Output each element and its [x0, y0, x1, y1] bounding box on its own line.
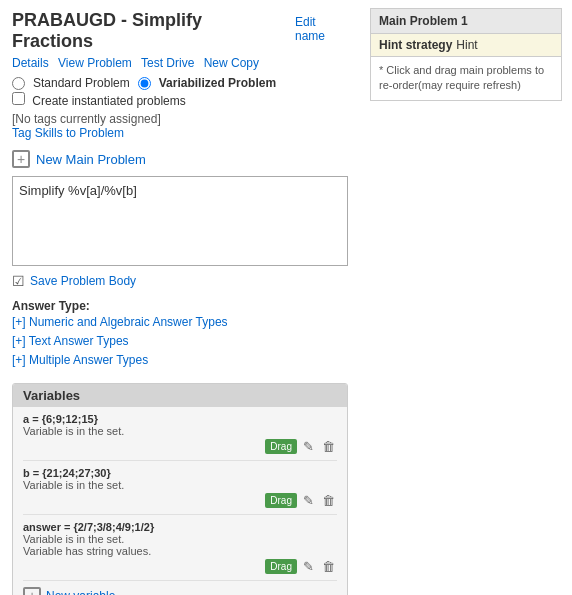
answer-type-section: Answer Type: [+] Numeric and Algebraic A… [12, 299, 348, 371]
standard-radio[interactable] [12, 77, 25, 90]
tag-skills-link[interactable]: Tag Skills to Problem [12, 126, 348, 140]
answer-type-label: Answer Type: [12, 299, 90, 313]
variable-answer-name: answer = {2/7;3/8;4/9;1/2} [23, 521, 337, 533]
create-instantiated-label[interactable]: Create instantiated problems [12, 94, 186, 108]
hint-strategy-label: Hint strategy [379, 38, 452, 52]
variable-answer-delete-btn[interactable]: 🗑 [320, 559, 337, 574]
hint-row: Hint strategy Hint [370, 34, 562, 57]
variabilized-label: Variabilized Problem [159, 76, 276, 90]
save-problem-body-link[interactable]: ☑ Save Problem Body [12, 273, 348, 289]
variable-a-edit-btn[interactable]: ✎ [301, 439, 316, 454]
edit-name-link[interactable]: Edit name [295, 15, 348, 43]
multiple-answer-types-link[interactable]: [+] Multiple Answer Types [12, 351, 348, 370]
new-main-problem-link[interactable]: New Main Problem [36, 152, 146, 167]
view-problem-link[interactable]: View Problem [58, 56, 132, 70]
page-title: PRABAUGD - Simplify Fractions [12, 10, 283, 52]
variable-a-drag-btn[interactable]: Drag [265, 439, 297, 454]
save-icon: ☑ [12, 273, 25, 289]
variable-row: a = {6;9;12;15} Variable is in the set. … [23, 413, 337, 461]
standard-label: Standard Problem [33, 76, 130, 90]
variables-header: Variables [13, 384, 347, 407]
new-main-problem-plus-icon: + [12, 150, 30, 168]
text-answer-types-link[interactable]: [+] Text Answer Types [12, 332, 348, 351]
variable-a-name: a = {6;9;12;15} [23, 413, 337, 425]
variable-answer-edit-btn[interactable]: ✎ [301, 559, 316, 574]
variables-body: a = {6;9;12;15} Variable is in the set. … [13, 407, 347, 595]
drag-note: * Click and drag main problems to re-ord… [370, 57, 562, 101]
variable-row: answer = {2/7;3/8;4/9;1/2} Variable is i… [23, 521, 337, 581]
test-drive-link[interactable]: Test Drive [141, 56, 194, 70]
variable-b-name: b = {21;24;27;30} [23, 467, 337, 479]
details-link[interactable]: Details [12, 56, 49, 70]
variable-row: b = {21;24;27;30} Variable is in the set… [23, 467, 337, 515]
variable-a-desc: Variable is in the set. [23, 425, 337, 437]
hint-value: Hint [456, 38, 477, 52]
variable-answer-desc2: Variable has string values. [23, 545, 337, 557]
variabilized-radio[interactable] [138, 77, 151, 90]
variable-b-drag-btn[interactable]: Drag [265, 493, 297, 508]
new-variable-link[interactable]: New variable [46, 589, 115, 595]
variable-b-desc: Variable is in the set. [23, 479, 337, 491]
new-variable-plus-icon: + [23, 587, 41, 595]
variable-answer-drag-btn[interactable]: Drag [265, 559, 297, 574]
tags-label: [No tags currently assigned] [12, 112, 161, 126]
create-instantiated-checkbox[interactable] [12, 92, 25, 105]
new-copy-link[interactable]: New Copy [204, 56, 259, 70]
variables-section: Variables a = {6;9;12;15} Variable is in… [12, 383, 348, 595]
new-variable-row: + New variable [23, 587, 337, 595]
problem-body-textarea[interactable]: Simplify %v[a]/%v[b] [12, 176, 348, 266]
main-problem-header: Main Problem 1 [370, 8, 562, 34]
numeric-answer-types-link[interactable]: [+] Numeric and Algebraic Answer Types [12, 313, 348, 332]
nav-links: Details View Problem Test Drive New Copy [12, 56, 348, 70]
variable-a-delete-btn[interactable]: 🗑 [320, 439, 337, 454]
variable-b-delete-btn[interactable]: 🗑 [320, 493, 337, 508]
variable-b-edit-btn[interactable]: ✎ [301, 493, 316, 508]
variable-answer-desc1: Variable is in the set. [23, 533, 337, 545]
